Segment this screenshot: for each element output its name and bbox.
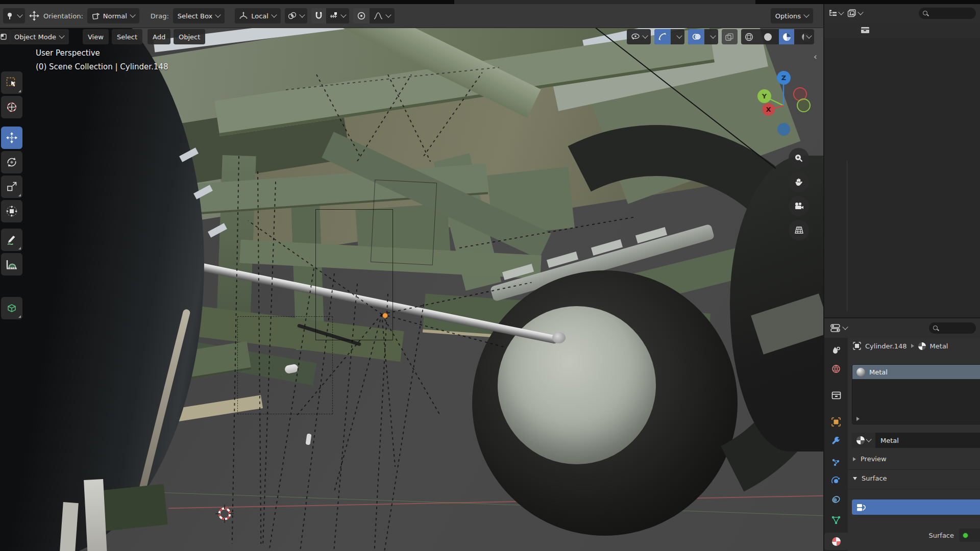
gizmo-y-neg-axis[interactable] — [797, 98, 811, 112]
breadcrumb-material[interactable]: Metal — [930, 342, 948, 350]
outliner-panel: skinny base 4 in pulleys.001 4 in pulley… — [823, 4, 980, 317]
select-menu[interactable]: Select — [112, 29, 142, 44]
tab-collection[interactable] — [824, 387, 848, 404]
camera-view-icon — [794, 202, 804, 210]
tab-render[interactable] — [824, 342, 848, 359]
object-menu[interactable]: Object — [174, 29, 205, 44]
surface-section-header[interactable]: Surface — [853, 474, 887, 482]
drag-dropdown[interactable]: Select Box — [173, 8, 225, 23]
ortho-toggle-button[interactable] — [789, 220, 809, 240]
shading-dropdown[interactable] — [804, 29, 814, 44]
solid-shading-icon[interactable] — [760, 29, 775, 44]
tool-add-cube[interactable] — [1, 297, 22, 319]
object-origin-dot — [382, 313, 388, 318]
measure-icon — [6, 259, 17, 270]
material-preview-shading-icon[interactable] — [779, 29, 794, 44]
slot-list-expand-icon[interactable] — [856, 417, 860, 421]
gizmo-toggle-icon[interactable] — [654, 29, 671, 44]
tool-3d-cursor[interactable] — [1, 96, 22, 118]
breadcrumb-object[interactable]: Cylinder.148 — [865, 342, 907, 350]
physics-icon — [831, 477, 841, 486]
world-icon — [831, 364, 841, 373]
active-tool-icon[interactable] — [3, 8, 25, 23]
gizmo-toggle-group[interactable] — [654, 29, 684, 44]
options-label: Options — [775, 12, 801, 20]
snap-toggle[interactable] — [311, 8, 326, 23]
tab-object[interactable] — [824, 413, 848, 431]
move-icon — [29, 11, 39, 21]
search-icon — [933, 325, 939, 331]
mode-dropdown[interactable]: Object Mode — [9, 29, 69, 44]
material-slot-active[interactable]: Metal — [852, 365, 980, 379]
gizmo-x-axis[interactable]: X — [762, 103, 775, 116]
tool-measure[interactable] — [1, 253, 22, 276]
tab-world[interactable] — [824, 360, 848, 378]
tab-physics[interactable] — [824, 472, 848, 490]
material-name-field[interactable]: Metal — [875, 433, 980, 448]
selectability-visibility-dropdown[interactable] — [627, 29, 651, 44]
nodes-icon — [856, 503, 867, 512]
options-dropdown[interactable]: Options — [771, 8, 813, 23]
pan-button[interactable] — [789, 172, 809, 192]
tab-constraints[interactable] — [824, 491, 848, 508]
material-slot-list[interactable]: Metal — [852, 364, 980, 424]
use-nodes-button[interactable] — [852, 499, 980, 515]
gizmo-z-axis[interactable]: Z — [777, 71, 791, 85]
gizmo-z-neg-axis[interactable] — [777, 123, 790, 136]
preview-section-header[interactable]: Preview — [853, 455, 887, 463]
drag-value: Select Box — [178, 12, 212, 20]
properties-search-input[interactable] — [929, 322, 976, 334]
outliner-row-clipped[interactable] — [824, 22, 980, 38]
pan-hand-icon — [794, 178, 803, 187]
outliner-tree: skinny base 4 in pulleys.001 4 in pulley… — [824, 22, 980, 317]
material-sphere-icon — [856, 436, 865, 444]
wireframe-shading-icon[interactable] — [741, 29, 756, 44]
select-menu-label: Select — [117, 33, 137, 41]
transform-orientation-dropdown[interactable]: Local — [235, 8, 281, 23]
pivot-point-dropdown[interactable] — [285, 8, 307, 23]
proportional-circle-icon — [357, 12, 365, 20]
overlays-dropdown[interactable] — [708, 36, 718, 38]
proportional-editing-toggle[interactable] — [353, 8, 370, 23]
overlays-toggle-icon[interactable] — [688, 29, 704, 44]
view-menu[interactable]: View — [83, 29, 109, 44]
view-perspective-label: User Perspective — [36, 48, 100, 58]
gizmo-y-axis[interactable]: Y — [757, 89, 771, 103]
zoom-button[interactable] — [789, 148, 809, 168]
tab-data[interactable] — [824, 511, 848, 529]
mesh-data-icon — [831, 516, 841, 524]
snap-settings-dropdown[interactable] — [326, 8, 349, 23]
properties-tab-strip — [824, 338, 848, 551]
proportional-falloff-dropdown[interactable] — [370, 8, 395, 23]
tool-transform[interactable] — [1, 200, 22, 222]
constraints-icon — [831, 495, 841, 504]
tool-select-box[interactable] — [1, 71, 22, 94]
camera-view-button[interactable] — [789, 196, 809, 216]
tab-particles[interactable] — [824, 454, 848, 471]
overlays-toggle-group[interactable] — [688, 29, 718, 44]
tool-move[interactable] — [1, 127, 22, 149]
surface-shader-selector[interactable] — [959, 529, 980, 542]
outliner-editor-icon[interactable] — [828, 10, 843, 17]
material-browse-button[interactable] — [852, 433, 875, 448]
tab-modifiers[interactable] — [824, 432, 848, 449]
tool-scale[interactable] — [1, 176, 22, 198]
selection-wire-box — [371, 180, 437, 265]
navigation-gizmo[interactable]: Z Y X — [745, 64, 822, 268]
outliner-search-input[interactable] — [919, 8, 976, 19]
add-menu[interactable]: Add — [148, 29, 170, 44]
xray-toggle[interactable] — [722, 29, 738, 44]
gizmo-dropdown[interactable] — [674, 36, 684, 38]
display-mode-icon[interactable] — [847, 9, 863, 17]
material-sphere-icon — [918, 342, 926, 350]
cursor-eye-icon — [630, 33, 640, 40]
surface-input-label: Surface — [848, 532, 959, 539]
3d-viewport[interactable]: Object Mode View Select Add Object — [0, 28, 823, 551]
tool-annotate[interactable] — [1, 229, 22, 251]
tool-rotate[interactable] — [1, 151, 22, 173]
sidebar-collapse-arrow[interactable]: ‹ — [814, 52, 817, 62]
properties-editor-icon[interactable] — [830, 324, 847, 332]
collection-icon — [831, 391, 841, 399]
tab-material[interactable] — [824, 533, 848, 550]
orientation-dropdown[interactable]: Normal — [87, 8, 139, 23]
